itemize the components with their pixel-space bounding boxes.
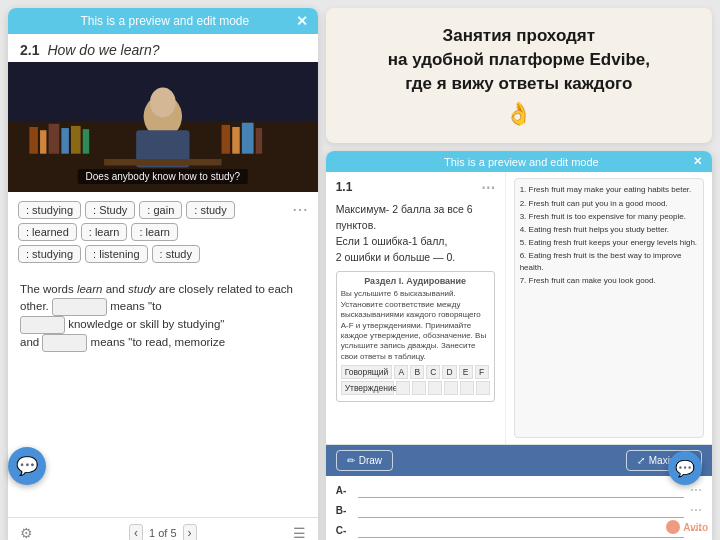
edu-cell-c: C <box>426 365 440 379</box>
answer-dots-a[interactable]: ⋯ <box>690 483 702 497</box>
chip-studying1[interactable]: : studying <box>18 201 81 219</box>
edu-cell-e: E <box>459 365 473 379</box>
edu-close-icon[interactable]: ✕ <box>693 155 702 168</box>
edu-table-area: Раздел I. Аудирование Вы услышите 6 выск… <box>336 271 495 402</box>
answer-label-a: A- <box>336 485 352 496</box>
text-paragraph-1: The words learn and study are closely re… <box>20 281 306 316</box>
edu-ans-a <box>396 381 410 395</box>
chips-row-1: : studying : Study : gain : study ⋯ <box>18 200 308 219</box>
svg-rect-2 <box>29 127 38 154</box>
nav-settings-icon[interactable]: ⚙ <box>20 525 33 540</box>
nav-prev-arrow[interactable]: ‹ <box>129 524 143 540</box>
answer-label-b: B- <box>336 505 352 516</box>
edu-item-3: 3. Fresh fruit is too expensive for many… <box>520 211 698 222</box>
banner-content: Занятия проходят на удобной платформе Ed… <box>388 24 650 127</box>
chip-study1[interactable]: : Study <box>85 201 135 219</box>
score-line1: Максимум- 2 балла за все 6 <box>336 203 473 215</box>
answer-input-b[interactable] <box>358 502 684 518</box>
edu-section-title: Раздел I. Аудирование <box>341 276 490 286</box>
chips-row-3: : studying : listening : study <box>18 245 308 263</box>
chat-bubble-right[interactable]: 💬 <box>668 451 702 485</box>
svg-rect-3 <box>40 130 46 153</box>
edu-ans-d <box>444 381 458 395</box>
edu-section-dots[interactable]: ⋯ <box>481 180 495 196</box>
banner-emoji: 👌 <box>388 101 650 127</box>
edu-left: 1.1 ⋯ Максимум- 2 балла за все 6 пунктов… <box>326 172 506 444</box>
answer-input-c[interactable] <box>358 522 684 538</box>
chip-listening[interactable]: : listening <box>85 245 147 263</box>
svg-rect-15 <box>104 159 221 165</box>
edu-cell-b: B <box>410 365 424 379</box>
edu-cell-a: A <box>394 365 408 379</box>
edu-answers: A- ⋯ B- ⋯ C- ⋯ <box>326 476 712 540</box>
chip-studying2[interactable]: : studying <box>18 245 81 263</box>
bottom-nav: ⚙ ‹ 1 of 5 › ☰ <box>8 517 318 540</box>
video-subtitle: Does anybody know how to study? <box>78 169 249 184</box>
draw-button[interactable]: ✏ Draw <box>336 450 393 471</box>
chips-more-icon[interactable]: ⋯ <box>292 200 308 219</box>
text-paragraph-2: knowledge or skill by studying" <box>20 316 306 334</box>
answer-dots-b[interactable]: ⋯ <box>690 503 702 517</box>
chip-gain[interactable]: : gain <box>139 201 182 219</box>
right-edu-panel: This is a preview and edit mode ✕ 1.1 ⋯ … <box>326 151 712 540</box>
word-chips-area: : studying : Study : gain : study ⋯ : le… <box>8 192 318 275</box>
edu-ans-e <box>460 381 474 395</box>
edu-item-1: 1. Fresh fruit may make your eating habi… <box>520 184 698 195</box>
answer-row-b: B- ⋯ <box>336 502 702 518</box>
edu-item-2: 2. Fresh fruit can put you in a good moo… <box>520 198 698 209</box>
chip-learned[interactable]: : learned <box>18 223 77 241</box>
edu-item-6: 6. Eating fresh fruit is the best way to… <box>520 250 698 272</box>
left-close-icon[interactable]: ✕ <box>296 13 308 29</box>
word-study: study <box>128 283 156 295</box>
maximize-icon: ⤢ <box>637 455 645 466</box>
blank-2[interactable] <box>20 316 65 334</box>
answer-input-a[interactable] <box>358 482 684 498</box>
banner-line2: на удобной платформе Edvibe, <box>388 50 650 69</box>
nav-list-icon[interactable]: ☰ <box>293 525 306 540</box>
edu-content: 1.1 ⋯ Максимум- 2 балла за все 6 пунктов… <box>326 172 712 444</box>
banner-line3: где я вижу ответы каждого <box>405 74 632 93</box>
nav-next-arrow[interactable]: › <box>183 524 197 540</box>
edu-preview-bar: This is a preview and edit mode ✕ <box>326 151 712 172</box>
word-learn: learn <box>77 283 103 295</box>
draw-icon: ✏ <box>347 455 355 466</box>
draw-label: Draw <box>359 455 382 466</box>
edu-listening-area: 1. Fresh fruit may make your eating habi… <box>514 178 704 438</box>
edu-num: 1.1 <box>336 180 353 194</box>
edu-ans-f <box>476 381 490 395</box>
blank-3[interactable] <box>42 334 87 352</box>
edu-right: 1. Fresh fruit may make your eating habi… <box>506 172 712 444</box>
answer-label-c: C- <box>336 525 352 536</box>
blank-1[interactable] <box>52 298 107 316</box>
svg-rect-5 <box>61 128 68 154</box>
edu-table-row-2: Утверждение <box>341 381 490 395</box>
chip-study2[interactable]: : study <box>186 201 234 219</box>
main-container: This is a preview and edit mode ✕ 2.1 Ho… <box>0 0 720 540</box>
chip-study3[interactable]: : study <box>152 245 200 263</box>
edu-cell-f: F <box>475 365 489 379</box>
section-header: 2.1 How do we learn? <box>8 34 318 62</box>
chips-row-2: : learned : learn : learn <box>18 223 308 241</box>
chat-bubble-left[interactable]: 💬 <box>8 447 46 485</box>
chip-learn2[interactable]: : learn <box>131 223 178 241</box>
avito-watermark: Avito <box>666 520 708 534</box>
edu-instructions: Вы услышите 6 высказываний. Установите с… <box>341 289 490 362</box>
edu-bottom-bar: ✏ Draw ⤢ Maximize <box>326 444 712 476</box>
edu-item-4: 4. Eating fresh fruit helps you study be… <box>520 224 698 235</box>
score-line4: 2 ошибки и больше — 0. <box>336 251 456 263</box>
text-content: The words learn and study are closely re… <box>8 275 318 517</box>
section-number: 2.1 <box>20 42 39 58</box>
video-area[interactable]: Does anybody know how to study? <box>8 62 318 192</box>
right-panel: Занятия проходят на удобной платформе Ed… <box>326 8 712 540</box>
edu-table-row: Говорящий A B C D E F <box>341 365 490 379</box>
avito-text: Avito <box>683 522 708 533</box>
nav-pages: ‹ 1 of 5 › <box>129 524 197 540</box>
chip-learn1[interactable]: : learn <box>81 223 128 241</box>
left-preview-text: This is a preview and edit mode <box>34 14 296 28</box>
banner-line1: Занятия проходят <box>443 26 596 45</box>
answer-row-a: A- ⋯ <box>336 482 702 498</box>
svg-rect-10 <box>242 123 254 154</box>
svg-point-13 <box>150 87 176 117</box>
text-paragraph-3: and means "to read, memorize <box>20 334 306 352</box>
svg-rect-7 <box>83 129 89 154</box>
